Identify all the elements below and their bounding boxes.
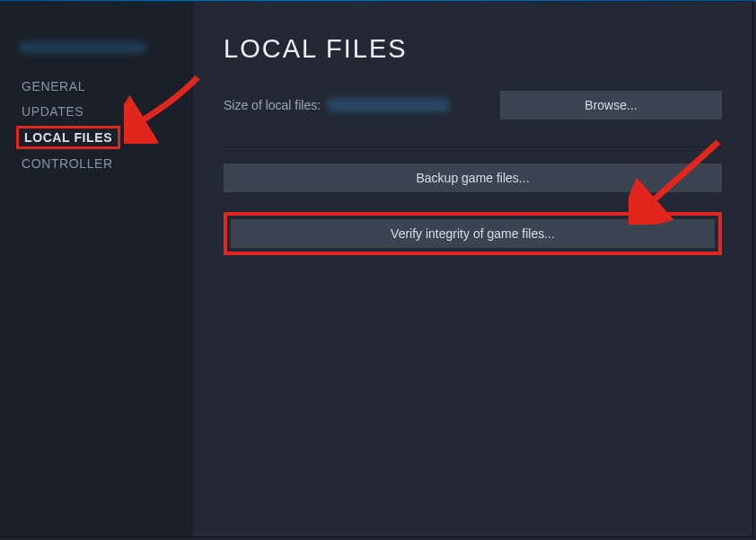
divider (224, 146, 722, 147)
sidebar-item-label: GENERAL (22, 79, 85, 93)
sidebar: GENERAL UPDATES LOCAL FILES CONTROLLER (0, 2, 193, 536)
game-title-redacted (20, 41, 145, 54)
sidebar-item-controller[interactable]: CONTROLLER (0, 151, 193, 176)
sidebar-item-label: CONTROLLER (22, 156, 113, 171)
size-row: Size of local files: Browse... (224, 91, 722, 120)
size-value-redacted (328, 98, 449, 112)
browse-button[interactable]: Browse... (500, 91, 722, 120)
backup-button[interactable]: Backup game files... (224, 164, 722, 192)
properties-window: × GENERAL UPDATES LOCAL FILES CONTROLLER… (0, 2, 752, 536)
sidebar-nav: GENERAL UPDATES LOCAL FILES CONTROLLER (0, 74, 193, 176)
annotation-highlight-box: LOCAL FILES (16, 126, 120, 149)
sidebar-item-general[interactable]: GENERAL (0, 74, 193, 99)
sidebar-item-label: LOCAL FILES (24, 130, 112, 145)
sidebar-item-label: UPDATES (22, 104, 84, 119)
sidebar-item-updates[interactable]: UPDATES (0, 99, 193, 124)
sidebar-item-local-files[interactable]: LOCAL FILES (0, 126, 193, 149)
size-label: Size of local files: (224, 98, 321, 112)
verify-integrity-button[interactable]: Verify integrity of game files... (231, 219, 715, 248)
main-panel: LOCAL FILES Size of local files: Browse.… (193, 2, 752, 536)
page-title: LOCAL FILES (224, 34, 722, 64)
annotation-highlight-box: Verify integrity of game files... (224, 212, 722, 255)
